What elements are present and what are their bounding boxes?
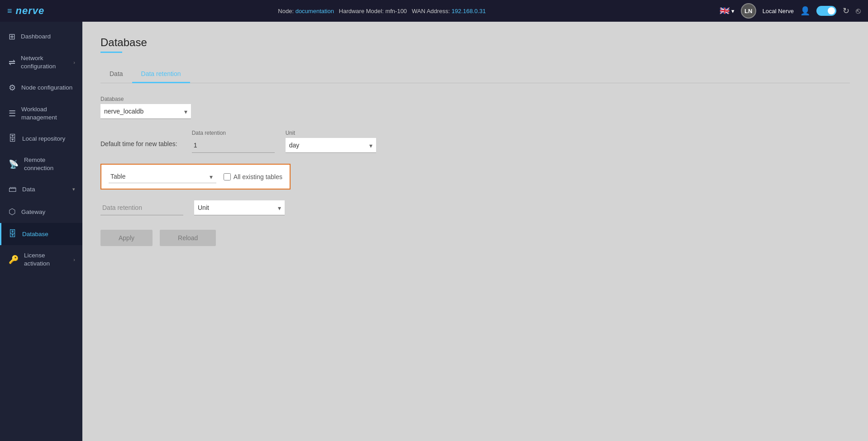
reload-button[interactable]: Reload bbox=[160, 230, 216, 246]
toggle-button[interactable] bbox=[816, 6, 836, 16]
sidebar-item-data[interactable]: 🗃 Data ▾ bbox=[0, 178, 82, 200]
unit-label: Unit bbox=[286, 130, 376, 136]
sidebar-item-dashboard[interactable]: ⊞ Dashboard bbox=[0, 25, 82, 48]
wan-label: WAN Address: bbox=[412, 8, 450, 14]
table-selector-row: Table All existing tables bbox=[100, 164, 291, 190]
topnav-center: Node: documentation Hardware Model: mfn-… bbox=[50, 8, 714, 14]
default-time-row: Default time for new tables: Data retent… bbox=[100, 130, 850, 153]
all-existing-tables-checkbox[interactable] bbox=[224, 173, 231, 180]
all-existing-tables-checkbox-label[interactable]: All existing tables bbox=[224, 173, 282, 180]
data-icon: 🗃 bbox=[9, 185, 17, 194]
dashboard-icon: ⊞ bbox=[9, 32, 15, 42]
tabs: Data Data retention bbox=[100, 66, 850, 83]
gateway-icon: ⬡ bbox=[9, 207, 16, 217]
sidebar: ⊞ Dashboard ⇌ Network configuration › ⚙ … bbox=[0, 22, 82, 441]
tab-data[interactable]: Data bbox=[100, 66, 132, 83]
sidebar-item-label: Database bbox=[22, 230, 48, 238]
table-select[interactable]: Table bbox=[109, 170, 216, 183]
all-existing-tables-label: All existing tables bbox=[234, 173, 282, 180]
page-title-underline bbox=[100, 52, 122, 53]
sidebar-item-node-configuration[interactable]: ⚙ Node configuration bbox=[0, 76, 82, 99]
database-field-group: Database nerve_localdb bbox=[100, 96, 850, 119]
network-icon: ⇌ bbox=[9, 57, 15, 67]
sidebar-item-network-configuration[interactable]: ⇌ Network configuration › bbox=[0, 48, 82, 76]
retention-row: Unit day hour week month bbox=[100, 200, 850, 215]
main-layout: ⊞ Dashboard ⇌ Network configuration › ⚙ … bbox=[0, 22, 868, 441]
sidebar-item-workload-management[interactable]: ☰ Workload management bbox=[0, 99, 82, 128]
sidebar-item-label: Workload management bbox=[21, 105, 75, 121]
table-select-wrapper: Table bbox=[109, 170, 216, 183]
user-icon[interactable]: 👤 bbox=[800, 6, 810, 16]
topnav: ≡ nerve Node: documentation Hardware Mod… bbox=[0, 0, 868, 22]
main-content: Database Data Data retention Database ne… bbox=[82, 22, 868, 441]
apply-button[interactable]: Apply bbox=[100, 230, 153, 246]
chevron-right-icon: › bbox=[73, 257, 75, 262]
topnav-logo: ≡ nerve bbox=[7, 5, 44, 17]
page-title: Database bbox=[100, 36, 850, 49]
unit-select-wrapper: day hour week month bbox=[286, 138, 376, 153]
sidebar-item-label: Gateway bbox=[21, 208, 45, 216]
data-retention-label: Data retention bbox=[192, 130, 275, 136]
sidebar-item-label: Local repository bbox=[22, 135, 65, 143]
database-select-wrapper: nerve_localdb bbox=[100, 104, 191, 119]
database-icon: 🗄 bbox=[9, 229, 17, 239]
repository-icon: 🗄 bbox=[9, 134, 17, 143]
language-selector[interactable]: 🇬🇧 ▾ bbox=[720, 6, 734, 16]
sidebar-item-label: Dashboard bbox=[21, 33, 51, 41]
remote-icon: 📡 bbox=[9, 159, 19, 169]
workload-icon: ☰ bbox=[9, 109, 16, 119]
logo-text: nerve bbox=[16, 5, 45, 17]
row-unit-select[interactable]: Unit day hour week month bbox=[194, 200, 285, 215]
form-section: Database nerve_localdb Default time for … bbox=[100, 96, 850, 246]
reload-icon[interactable]: ↻ bbox=[843, 6, 849, 16]
sidebar-item-label: License activation bbox=[24, 251, 68, 267]
tab-data-retention[interactable]: Data retention bbox=[132, 66, 190, 83]
database-label: Database bbox=[100, 96, 850, 102]
data-retention-field: Data retention bbox=[192, 130, 275, 153]
license-icon: 🔑 bbox=[9, 255, 19, 265]
menu-icon[interactable]: ≡ bbox=[7, 6, 12, 16]
hardware-model: mfn-100 bbox=[385, 8, 407, 14]
hardware-label: Hardware Model: bbox=[339, 8, 384, 14]
btn-row: Apply Reload bbox=[100, 230, 850, 246]
lang-arrow: ▾ bbox=[731, 8, 734, 14]
sidebar-item-license-activation[interactable]: 🔑 License activation › bbox=[0, 245, 82, 274]
sidebar-item-local-repository[interactable]: 🗄 Local repository bbox=[0, 128, 82, 150]
flag-icon: 🇬🇧 bbox=[720, 6, 730, 16]
database-select[interactable]: nerve_localdb bbox=[100, 104, 191, 119]
avatar: LN bbox=[741, 3, 756, 19]
row-unit-field: Unit day hour week month bbox=[194, 200, 285, 215]
sidebar-item-label: Data bbox=[22, 185, 35, 194]
wan-address[interactable]: 192.168.0.31 bbox=[452, 8, 486, 14]
local-nerve-label: Local Nerve bbox=[763, 8, 794, 14]
node-label: Node: bbox=[278, 8, 294, 14]
chevron-right-icon: › bbox=[73, 60, 75, 65]
topnav-right: 🇬🇧 ▾ LN Local Nerve 👤 ↻ ⎋ bbox=[720, 3, 861, 19]
sidebar-item-label: Remote connection bbox=[24, 156, 75, 172]
sidebar-item-gateway[interactable]: ⬡ Gateway bbox=[0, 200, 82, 223]
unit-select[interactable]: day hour week month bbox=[286, 138, 376, 153]
node-name[interactable]: documentation bbox=[296, 8, 334, 14]
sidebar-item-remote-connection[interactable]: 📡 Remote connection bbox=[0, 150, 82, 178]
sidebar-item-database[interactable]: 🗄 Database bbox=[0, 223, 82, 245]
node-icon: ⚙ bbox=[9, 83, 16, 93]
data-retention-input[interactable] bbox=[192, 138, 275, 153]
row-unit-select-wrapper: Unit day hour week month bbox=[194, 200, 285, 215]
default-time-label: Default time for new tables: bbox=[100, 140, 181, 151]
sidebar-item-label: Node configuration bbox=[21, 84, 72, 92]
logout-icon[interactable]: ⎋ bbox=[856, 6, 861, 16]
row-data-retention-field bbox=[100, 200, 183, 215]
chevron-down-icon: ▾ bbox=[72, 186, 75, 192]
sidebar-item-label: Network configuration bbox=[21, 54, 68, 70]
row-data-retention-input[interactable] bbox=[100, 200, 183, 215]
unit-field: Unit day hour week month bbox=[286, 130, 376, 153]
